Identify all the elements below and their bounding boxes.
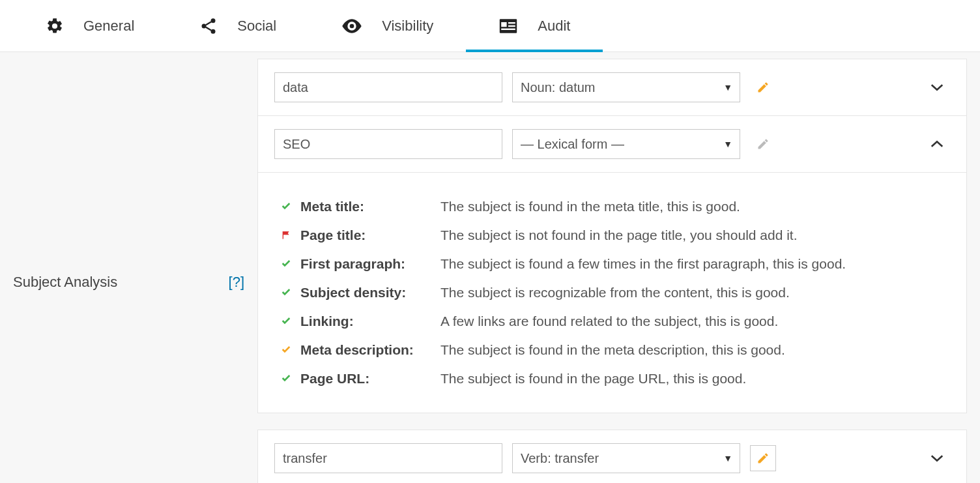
pencil-icon (757, 81, 770, 94)
analysis-message: The subject is found in the page URL, th… (440, 371, 944, 387)
analysis-message: The subject is found in the meta descrip… (440, 342, 944, 358)
tab-general[interactable]: General (13, 0, 167, 51)
tab-audit[interactable]: Audit (466, 0, 603, 51)
tab-bar: General Social Visibility Audit (0, 0, 980, 52)
subject-panel: Noun: datum ▼ (257, 59, 967, 116)
check-icon (281, 344, 300, 355)
check-icon (281, 287, 300, 297)
pencil-icon (757, 452, 770, 465)
analysis-row: Subject density:The subject is recogniza… (281, 278, 944, 307)
check-icon (281, 201, 300, 211)
expand-button[interactable] (924, 74, 950, 100)
pencil-icon (757, 138, 770, 151)
svg-point-2 (211, 29, 216, 33)
tab-visibility[interactable]: Visibility (309, 0, 466, 51)
subject-keyword-input[interactable] (274, 129, 502, 159)
tab-social[interactable]: Social (167, 0, 309, 51)
check-icon (281, 373, 300, 383)
check-icon (281, 258, 300, 269)
sidebar: Subject Analysis [?] (0, 59, 257, 483)
check-icon (281, 315, 300, 326)
gear-icon (46, 17, 64, 35)
collapse-button[interactable] (924, 131, 950, 157)
analysis-label: Page title: (300, 227, 440, 243)
section-title: Subject Analysis (13, 274, 117, 291)
subject-keyword-input[interactable] (274, 72, 502, 102)
svg-rect-8 (501, 28, 515, 29)
analysis-row: First paragraph:The subject is found a f… (281, 250, 944, 278)
analysis-message: The subject is not found in the page tit… (440, 227, 944, 243)
help-link[interactable]: [?] (229, 274, 244, 291)
tab-label: Audit (538, 18, 570, 35)
analysis-label: Subject density: (300, 285, 440, 300)
chevron-down-icon (930, 83, 944, 92)
analysis-label: Page URL: (300, 371, 440, 387)
analysis-label: Linking: (300, 314, 440, 329)
analysis-row: Page URL:The subject is found in the pag… (281, 364, 944, 393)
svg-point-0 (211, 18, 216, 23)
svg-point-3 (350, 23, 354, 28)
edit-button[interactable] (750, 445, 776, 471)
analysis-message: The subject is found in the meta title, … (440, 199, 944, 214)
analysis-row: Page title:The subject is not found in t… (281, 221, 944, 250)
eye-icon (341, 19, 362, 33)
subject-lexical-select[interactable]: — Lexical form — (512, 129, 740, 159)
content-area: Noun: datum ▼ — Lexical form — (257, 59, 980, 483)
analysis-row: Meta title:The subject is found in the m… (281, 192, 944, 221)
tab-label: General (83, 18, 134, 35)
svg-point-1 (202, 23, 207, 28)
analysis-message: The subject is found a few times in the … (440, 256, 944, 272)
analysis-message: A few links are found related to the sub… (440, 314, 944, 329)
subject-panel: — Lexical form — ▼ (257, 116, 967, 173)
edit-button[interactable] (750, 131, 776, 157)
tab-label: Social (237, 18, 276, 35)
id-card-icon (498, 18, 518, 34)
svg-rect-7 (508, 25, 515, 26)
analysis-label: Meta description: (300, 342, 440, 358)
analysis-list: Meta title:The subject is found in the m… (257, 173, 967, 413)
chevron-up-icon (930, 139, 944, 149)
analysis-label: First paragraph: (300, 256, 440, 272)
share-icon (199, 17, 218, 35)
svg-rect-6 (508, 22, 515, 23)
flag-icon (281, 229, 300, 241)
expand-button[interactable] (924, 445, 950, 471)
subject-panel: Verb: transfer ▼ (257, 430, 967, 483)
subject-lexical-select[interactable]: Verb: transfer (512, 443, 740, 473)
analysis-row: Meta description:The subject is found in… (281, 336, 944, 364)
analysis-label: Meta title: (300, 199, 440, 214)
chevron-down-icon (930, 454, 944, 463)
subject-lexical-select[interactable]: Noun: datum (512, 72, 740, 102)
edit-button[interactable] (750, 74, 776, 100)
subject-keyword-input[interactable] (274, 443, 502, 473)
analysis-row: Linking:A few links are found related to… (281, 307, 944, 336)
analysis-message: The subject is recognizable from the con… (440, 285, 944, 300)
svg-rect-5 (501, 22, 506, 27)
tab-label: Visibility (382, 18, 433, 35)
